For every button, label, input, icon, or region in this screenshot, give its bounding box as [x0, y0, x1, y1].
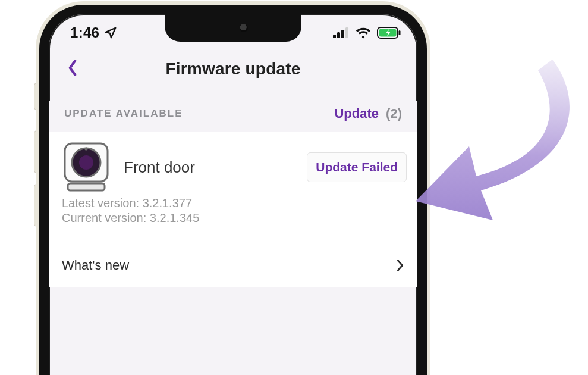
update-all-label: Update	[334, 106, 379, 121]
latest-version-label: Latest version:	[62, 196, 139, 210]
update-all-button[interactable]: Update (2)	[334, 106, 402, 121]
screen: 1:46	[49, 14, 417, 375]
svg-rect-5	[399, 30, 401, 35]
section-header: UPDATE AVAILABLE Update (2)	[49, 101, 417, 132]
whats-new-row[interactable]: What's new	[49, 247, 417, 288]
status-right	[333, 27, 401, 39]
update-count: (2)	[386, 106, 402, 121]
svg-rect-11	[68, 183, 105, 190]
current-version-value: 3.2.1.345	[150, 211, 199, 224]
section-label: UPDATE AVAILABLE	[64, 108, 183, 120]
status-time: 1:46	[70, 24, 99, 41]
latest-version-row: Latest version: 3.2.1.377	[62, 196, 404, 210]
chevron-right-icon	[396, 259, 404, 272]
cell-signal-icon	[333, 27, 350, 38]
camera-device-icon	[62, 142, 111, 193]
front-camera-icon	[240, 24, 248, 32]
device-row: Front door Update Failed	[62, 142, 404, 193]
phone-frame: 1:46	[39, 5, 427, 375]
device-meta: Latest version: 3.2.1.377 Current versio…	[62, 196, 404, 225]
callout-arrow-icon	[404, 42, 588, 232]
svg-rect-1	[337, 32, 340, 38]
svg-point-10	[84, 147, 87, 150]
svg-rect-0	[333, 35, 336, 38]
back-button[interactable]	[61, 56, 84, 80]
phone-volume-down	[34, 185, 39, 226]
chevron-left-icon	[65, 59, 80, 77]
phone-mute-switch	[34, 83, 39, 110]
current-version-row: Current version: 3.2.1.345	[62, 211, 404, 225]
location-arrow-icon	[104, 26, 117, 39]
whats-new-label: What's new	[62, 258, 129, 273]
phone-volume-up	[34, 131, 39, 173]
phone-notch	[165, 13, 301, 42]
wifi-icon	[356, 27, 371, 39]
divider	[62, 236, 404, 236]
stage: 1:46	[0, 0, 588, 375]
status-left: 1:46	[70, 24, 117, 41]
latest-version-value: 3.2.1.377	[143, 196, 192, 210]
svg-point-9	[79, 155, 93, 170]
svg-rect-3	[345, 27, 348, 38]
page-header: Firmware update	[49, 51, 417, 101]
svg-rect-2	[341, 30, 344, 38]
battery-charging-icon	[377, 27, 401, 39]
update-failed-badge[interactable]: Update Failed	[307, 152, 407, 182]
current-version-label: Current version:	[62, 211, 146, 224]
device-card: Front door Update Failed Latest version:…	[49, 132, 417, 247]
page-title: Firmware update	[165, 60, 300, 79]
